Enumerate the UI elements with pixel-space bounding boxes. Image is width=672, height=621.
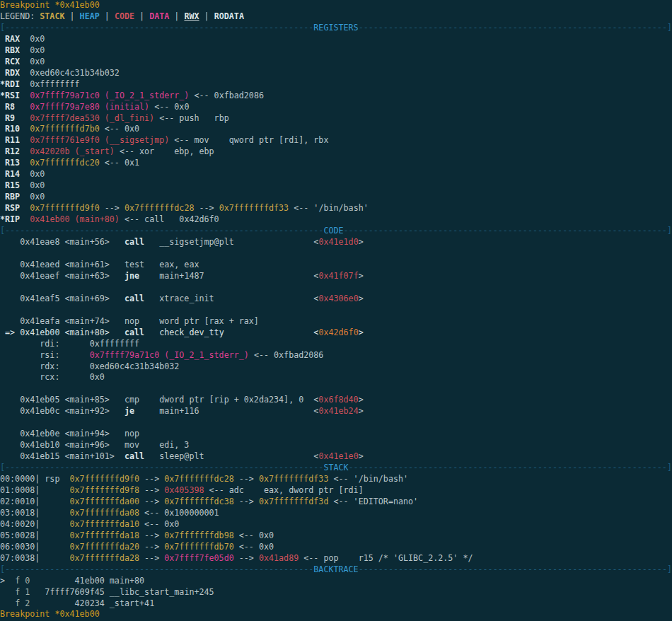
token: 0x0 xyxy=(30,34,45,44)
token: rsi: xyxy=(0,350,90,360)
token: 0x42020b (_start) xyxy=(30,146,115,156)
token: 420234 _start+41 xyxy=(30,598,154,608)
token: <-- mov qword ptr [rdi], rbx xyxy=(169,135,328,145)
separator-dashes: [---------------------------------------… xyxy=(0,463,323,472)
token: <-- pop r15 /* 'GLIBC_2.2.5' */ xyxy=(299,553,473,563)
token: R13 xyxy=(0,158,30,168)
register-row-r15: R15 0x0 xyxy=(0,180,672,192)
token: RAX xyxy=(0,34,30,44)
token: cmp dword ptr [rip + 0x2da234], 0 xyxy=(124,395,313,405)
token: R8 xyxy=(0,102,30,112)
token: 0x7fffffffdf33 xyxy=(259,474,329,484)
token: --> xyxy=(194,203,219,213)
section-separator-registers: [---------------------------------------… xyxy=(0,23,672,34)
section-label: STACK xyxy=(323,463,348,472)
register-row-rbp: RBP 0x0 xyxy=(0,192,672,203)
register-row-rip: *RIP 0x41eb00 (main+80) <-- call 0x42d6f… xyxy=(0,214,672,226)
stack-row: 00:0000| rsp 0x7fffffffd9f0 --> 0x7fffff… xyxy=(0,474,672,485)
register-row-r11: R11 0x7ffff761e9f0 (__sigsetjmp) <-- mov… xyxy=(0,135,672,146)
separator-dashes: [---------------------------------------… xyxy=(0,564,313,574)
blank xyxy=(0,282,5,292)
token: | xyxy=(199,11,214,21)
token: 02:0010| xyxy=(0,497,70,506)
token: 0x41eb0c <main+92> xyxy=(0,406,124,416)
token: 0x7fffffffda20 xyxy=(70,542,140,552)
token: 0x0 xyxy=(30,57,45,66)
token: <-- push rbp xyxy=(154,113,229,123)
token: <-- 0x0 xyxy=(139,519,179,529)
token: --> xyxy=(100,203,124,213)
token: <-- 'EDITOR=nano' xyxy=(328,497,418,506)
token: 0xffffffff xyxy=(30,79,79,89)
stack-row: 07:0038| 0x7fffffffda28 --> 0x7ffff7fe05… xyxy=(0,553,672,564)
section-separator-backtrace: [---------------------------------------… xyxy=(0,564,672,576)
token: CODE xyxy=(115,11,134,21)
token: xtrace_init xyxy=(144,294,313,303)
blank-line xyxy=(0,305,672,316)
token: call xyxy=(124,237,144,247)
token: R12 xyxy=(0,146,30,156)
token: R11 xyxy=(0,135,30,145)
token: <-- 0xfbad2086 xyxy=(249,350,324,360)
token: jne xyxy=(124,271,139,281)
token: <-- 0x0 xyxy=(100,124,139,134)
token: --> xyxy=(139,474,164,484)
token: 04:0020| xyxy=(0,519,70,529)
blank xyxy=(0,383,5,393)
token: RBP xyxy=(0,192,30,202)
token: --> xyxy=(139,542,164,552)
token: 0x7fffffffdc20 xyxy=(30,158,100,168)
token xyxy=(0,598,15,608)
token: --> xyxy=(139,553,164,563)
token: 0x7fffffffdb98 xyxy=(164,530,234,540)
token: 0x7fffffffda08 xyxy=(70,508,140,518)
section-label: BACKTRACE xyxy=(313,564,358,574)
token: 07:0038| xyxy=(0,553,70,563)
register-row-rdi: *RDI 0xffffffff xyxy=(0,79,672,91)
debugger-terminal[interactable]: Breakpoint *0x41eb00LEGEND: STACK | HEAP… xyxy=(0,0,672,621)
code-row: 0x41eb10 <main+96> mov edi, 3 xyxy=(0,440,672,451)
blank-line xyxy=(0,417,672,429)
token: > xyxy=(359,451,364,461)
token: mov edi, 3 xyxy=(124,440,189,450)
token: > xyxy=(359,406,364,416)
separator-dashes: ----------------------------------------… xyxy=(359,564,672,574)
register-row-r10: R10 0x7fffffffd7b0 <-- 0x0 xyxy=(0,124,672,135)
token: --> xyxy=(234,553,259,563)
token: --> xyxy=(139,530,164,540)
token: 0x7ffff79a71c0 (_IO_2_1_stderr_) xyxy=(90,350,249,360)
token: nop word ptr [rax + rax] xyxy=(124,316,259,326)
call-arg-row-rdx: rdx: 0xed60c4c31b34b032 xyxy=(0,361,672,373)
token: 0x7ffff761e9f0 (__sigsetjmp) xyxy=(30,135,169,145)
blank-line xyxy=(0,282,672,294)
token: --> xyxy=(139,497,164,506)
token: 0xed60c4c31b34b032 xyxy=(30,68,120,78)
token: 0x7fffffffdc28 xyxy=(124,203,195,213)
token: > xyxy=(359,237,364,247)
token: <-- 0x1 xyxy=(100,158,139,168)
register-row-r8: R8 0x7ffff79a7e80 (initial) <-- 0x0 xyxy=(0,102,672,113)
separator-dashes: ----------------------------------------… xyxy=(349,463,672,472)
token: RWX xyxy=(184,11,199,21)
section-separator-code: [---------------------------------------… xyxy=(0,226,672,237)
token: R9 xyxy=(0,113,30,123)
token: RBX xyxy=(0,45,30,55)
token: 0x42d6f0 xyxy=(318,327,358,337)
token: sleep@plt xyxy=(144,451,313,461)
register-row-rdx: RDX 0xed60c4c31b34b032 xyxy=(0,68,672,79)
separator-dashes: [---------------------------------------… xyxy=(0,23,313,33)
code-row: 0x41eb0c <main+92> je main+116 <0x41eb24… xyxy=(0,406,672,417)
token: 00:0000| rsp xyxy=(0,474,70,484)
token: 0x7fffffffdb70 xyxy=(164,542,234,552)
token: 0x0 xyxy=(30,169,45,179)
code-row: 0x41eb15 <main+101> call sleep@plt <0x41… xyxy=(0,451,672,463)
token: 03:0018| xyxy=(0,508,70,518)
token: 0x7fffffffdc28 xyxy=(164,474,234,484)
call-arg-row-rdi: rdi: 0xffffffff xyxy=(0,339,672,350)
token: call xyxy=(124,451,144,461)
section-separator-stack: [---------------------------------------… xyxy=(0,463,672,474)
token: 0x41eaf5 <main+69> xyxy=(0,294,124,303)
token: <-- 0x0 xyxy=(234,542,274,552)
stack-row: 04:0020| 0x7fffffffda10 <-- 0x0 xyxy=(0,519,672,530)
register-row-rsp: RSP 0x7fffffffd9f0 --> 0x7fffffffdc28 --… xyxy=(0,203,672,214)
